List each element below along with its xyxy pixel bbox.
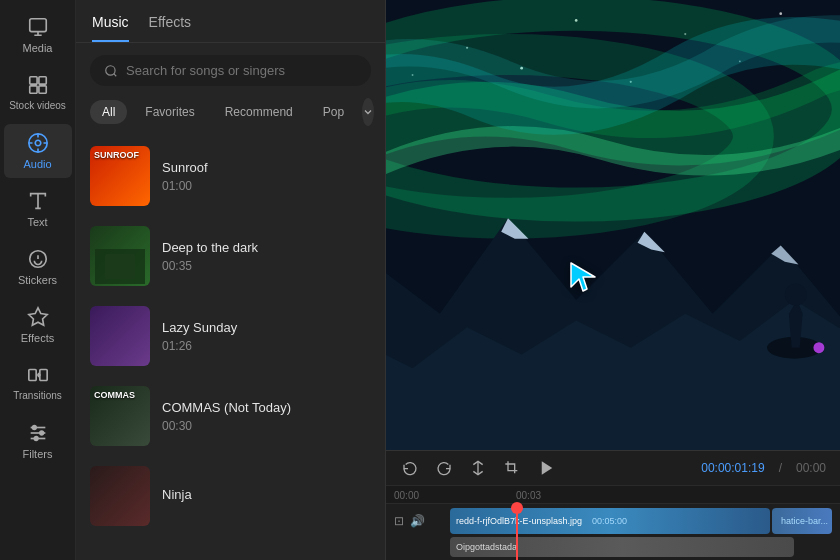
sidebar-item-effects[interactable]: Effects	[4, 298, 72, 352]
chevron-down-icon	[362, 106, 374, 118]
svg-point-6	[35, 140, 41, 146]
video-track-1[interactable]: redd-f-rjfOdlB7k-E-unsplash.jpg 00:05:00	[450, 508, 770, 534]
undo-button[interactable]	[400, 458, 420, 478]
sidebar-item-effects-label: Effects	[21, 332, 54, 344]
song-title: COMMAS (Not Today)	[162, 400, 371, 415]
filters-icon	[27, 422, 49, 444]
track1-label: redd-f-rjfOdlB7k-E-unsplash.jpg	[450, 516, 588, 526]
filter-recommend[interactable]: Recommend	[213, 100, 305, 124]
svg-point-35	[813, 342, 824, 353]
thumb-label: SUNROOF	[94, 150, 139, 160]
split-icon	[470, 460, 486, 476]
svg-point-17	[106, 65, 115, 74]
redo-button[interactable]	[434, 458, 454, 478]
sidebar-item-stickers-label: Stickers	[18, 274, 57, 286]
audio-icon	[27, 132, 49, 154]
sidebar-item-filters-label: Filters	[23, 448, 53, 460]
filter-favorites[interactable]: Favorites	[133, 100, 206, 124]
preview-background	[386, 0, 840, 450]
sidebar-item-stock-label: Stock videos	[9, 100, 66, 112]
song-thumbnail	[90, 466, 150, 526]
track1-audio-icon[interactable]: 🔊	[410, 514, 425, 528]
tracks-container: ⊡ 🔊 redd-f-rjfOdlB7k-E-unsplash.jpg 00:0…	[386, 504, 840, 560]
svg-point-23	[779, 12, 782, 15]
main-content: 00:00:01:19 / 00:00 00:00 00:03 ⊡	[386, 0, 840, 560]
sidebar: Media Stock videos Audio Text Stickers	[0, 0, 76, 560]
thumb-label: COMMAS	[94, 390, 135, 400]
song-info: Deep to the dark 00:35	[162, 240, 371, 273]
song-title: Deep to the dark	[162, 240, 371, 255]
sidebar-item-text[interactable]: Text	[4, 182, 72, 236]
svg-point-34	[785, 284, 807, 306]
song-info: Ninja	[162, 487, 371, 506]
svg-marker-38	[542, 461, 553, 475]
audio-panel: Music Effects All Favorites Recommend Po…	[76, 0, 386, 560]
song-title: Ninja	[162, 487, 371, 502]
sidebar-item-filters[interactable]: Filters	[4, 414, 72, 468]
play-icon	[538, 459, 556, 477]
list-item[interactable]: SUNROOF Sunroof 01:00	[76, 136, 385, 216]
ruler-mark-0: 00:00	[394, 490, 419, 501]
svg-rect-3	[29, 86, 36, 93]
play-button[interactable]	[536, 457, 558, 479]
cursor-arrow	[563, 255, 603, 295]
search-bar[interactable]	[90, 55, 371, 86]
svg-marker-8	[28, 308, 46, 325]
crop-button[interactable]	[502, 458, 522, 478]
transitions-icon	[27, 364, 49, 386]
playhead	[516, 504, 518, 560]
search-icon	[104, 64, 118, 78]
sidebar-item-media-label: Media	[23, 42, 53, 54]
sidebar-item-media[interactable]: Media	[4, 8, 72, 62]
preview-area	[386, 0, 840, 450]
track1-duration: 00:05:00	[588, 516, 631, 526]
sidebar-item-transitions[interactable]: Transitions	[4, 356, 72, 410]
timeline-separator: /	[779, 461, 782, 475]
search-input[interactable]	[126, 63, 357, 78]
svg-point-16	[34, 437, 38, 441]
song-duration: 00:30	[162, 419, 371, 433]
stock-icon	[27, 74, 49, 96]
text-icon	[27, 190, 49, 212]
song-duration: 00:35	[162, 259, 371, 273]
track1-row: ⊡ 🔊 redd-f-rjfOdlB7k-E-unsplash.jpg 00:0…	[394, 508, 832, 534]
effects-icon	[27, 306, 49, 328]
crop-icon	[504, 460, 520, 476]
tab-music[interactable]: Music	[92, 0, 129, 42]
filter-all[interactable]: All	[90, 100, 127, 124]
svg-rect-4	[38, 86, 45, 93]
split-button[interactable]	[468, 458, 488, 478]
sidebar-item-stock[interactable]: Stock videos	[4, 66, 72, 120]
list-item[interactable]: COMMAS COMMAS (Not Today) 00:30	[76, 376, 385, 456]
sidebar-item-audio[interactable]: Audio	[4, 124, 72, 178]
filter-more-button[interactable]	[362, 98, 374, 126]
audio-track-row: Oipgottadstada	[394, 537, 832, 557]
song-duration: 01:26	[162, 339, 371, 353]
song-title: Lazy Sunday	[162, 320, 371, 335]
undo-icon	[402, 460, 418, 476]
tracks-area: 00:00 00:03 ⊡ 🔊 redd-f-rjfOd	[386, 486, 840, 560]
svg-rect-0	[29, 19, 46, 32]
sidebar-item-stickers[interactable]: Stickers	[4, 240, 72, 294]
ruler-mark-3: 00:03	[516, 490, 541, 501]
audio-track[interactable]: Oipgottadstada	[450, 537, 794, 557]
song-info: COMMAS (Not Today) 00:30	[162, 400, 371, 433]
timeline-area: 00:00:01:19 / 00:00 00:00 00:03 ⊡	[386, 450, 840, 560]
tab-effects[interactable]: Effects	[149, 0, 192, 42]
timeline-time: 00:00:01:19	[701, 461, 764, 475]
track1-expand-icon[interactable]: ⊡	[394, 514, 404, 528]
stickers-icon	[27, 248, 49, 270]
list-item[interactable]: Deep to the dark 00:35	[76, 216, 385, 296]
svg-rect-1	[29, 77, 36, 84]
song-thumbnail	[90, 226, 150, 286]
song-list: SUNROOF Sunroof 01:00 Deep to the dark 0…	[76, 136, 385, 560]
video-track-2[interactable]: hatice-bar...	[772, 508, 832, 534]
list-item[interactable]: Ninja	[76, 456, 385, 536]
list-item[interactable]: Lazy Sunday 01:26	[76, 296, 385, 376]
svg-rect-2	[38, 77, 45, 84]
sidebar-item-transitions-label: Transitions	[13, 390, 62, 402]
sidebar-item-text-label: Text	[27, 216, 47, 228]
audio-track-label: Oipgottadstada	[450, 542, 523, 552]
filter-pop[interactable]: Pop	[311, 100, 356, 124]
timeline-ruler: 00:00 00:03	[386, 486, 840, 504]
